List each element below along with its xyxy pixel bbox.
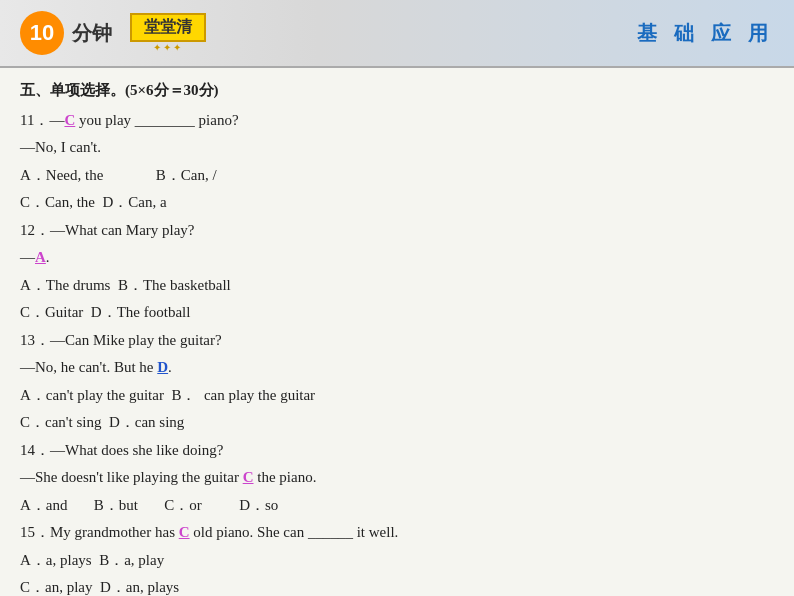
q15-opts-ab: A．a, plays B．a, play	[20, 548, 774, 574]
ttq-container: 堂堂清 ✦✦✦	[130, 13, 206, 53]
ttq-stars: ✦✦✦	[153, 42, 183, 53]
q13-opts-cd: C．can't sing D．can sing	[20, 410, 774, 436]
q15-answer: C	[179, 524, 190, 540]
ttq-box: 堂堂清	[130, 13, 206, 42]
q12-answer: A	[35, 249, 46, 265]
badge-10: 10	[20, 11, 64, 55]
q14-line1: 14．—What does she like doing?	[20, 438, 774, 464]
header-left: 10 分钟 堂堂清 ✦✦✦	[20, 11, 206, 55]
q13-answer: D	[157, 359, 168, 375]
header: 10 分钟 堂堂清 ✦✦✦ 基 础 应 用	[0, 0, 794, 68]
q15-line1: 15．My grandmother has C old piano. She c…	[20, 520, 774, 546]
q11-line2: —No, I can't.	[20, 135, 774, 161]
right-label: 基 础 应 用	[637, 22, 774, 44]
q14-answer: C	[243, 469, 254, 485]
q12-line2: —A.	[20, 245, 774, 271]
q12-opts-cd: C．Guitar D．The football	[20, 300, 774, 326]
q15-opts-cd: C．an, play D．an, plays	[20, 575, 774, 596]
fen-zhong-label: 分钟	[72, 20, 112, 47]
q13-line1: 13．—Can Mike play the guitar?	[20, 328, 774, 354]
q14-opts-ab: A．and B．but C．or D．so	[20, 493, 774, 519]
page: 10 分钟 堂堂清 ✦✦✦ 基 础 应 用 五、单项选择。(5×6分＝30分) …	[0, 0, 794, 596]
q11-line1: 11．—C you play ________ piano?	[20, 108, 774, 134]
content: 五、单项选择。(5×6分＝30分) 11．—C you play _______…	[0, 68, 794, 596]
header-right: 基 础 应 用	[637, 20, 774, 47]
q14-line2: —She doesn't like playing the guitar C t…	[20, 465, 774, 491]
q11-answer: C	[64, 112, 75, 128]
q11-text: you play ________ piano?	[75, 112, 238, 128]
q11-opts-ab: A．Need, the B．Can, /	[20, 163, 774, 189]
q13-opts-ab: A．can't play the guitar B． can play the …	[20, 383, 774, 409]
ttq-label: 堂堂清	[144, 18, 192, 35]
badge-number: 10	[30, 20, 54, 46]
q11-num: 11．—	[20, 112, 64, 128]
q11-opts-cd: C．Can, the D．Can, a	[20, 190, 774, 216]
section-title: 五、单项选择。(5×6分＝30分)	[20, 78, 774, 104]
q12-opts-ab: A．The drums B．The basketball	[20, 273, 774, 299]
q12-line1: 12．—What can Mary play?	[20, 218, 774, 244]
q13-line2: —No, he can't. But he D.	[20, 355, 774, 381]
